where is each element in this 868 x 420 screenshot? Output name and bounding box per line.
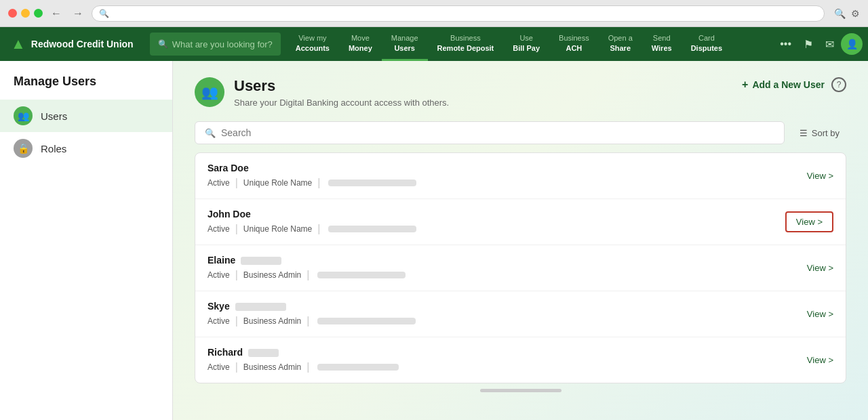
users-header: 👥 Users Share your Digital Banking accou… [195,77,846,108]
search-box[interactable]: 🔍 [195,121,785,144]
nav-business-remote-deposit[interactable]: Business Remote Deposit [428,27,504,61]
more-options-button[interactable]: ••• [774,34,797,54]
url-bar[interactable]: 🔍 [92,5,825,22]
add-user-button[interactable]: + Add a New User [742,79,825,91]
nav-top-label: Send [653,33,671,43]
forward-button[interactable]: → [70,6,86,21]
search-icon: 🔍 [205,128,216,138]
sort-icon: ☰ [800,128,808,138]
nav-top-label: Open a [608,33,633,43]
back-button[interactable]: ← [48,6,64,21]
table-row: Skye Active | Business Admin | View > [195,291,846,337]
sidebar-roles-label: Roles [41,143,66,154]
nav-top-label: Use [519,33,533,43]
content-area: 👥 Users Share your Digital Banking accou… [173,61,868,420]
view-user-button[interactable]: View > [807,171,833,181]
sidebar-item-roles[interactable]: 🔒 Roles [0,132,172,165]
scroll-bar [480,389,561,392]
user-email-blurred [317,364,399,371]
nav-bottom-label: ACH [566,43,582,53]
sort-label: Sort by [812,128,840,138]
nav-move-money[interactable]: Move Money [339,27,382,61]
table-row: John Doe Active | Unique Role Name | Vie… [195,199,846,245]
users-page-icon: 👥 [195,77,224,107]
nav-top-label: View my [298,33,326,43]
search-input[interactable] [221,127,774,138]
user-email-blurred [317,272,406,278]
logo-text: Redwood Credit Union [31,39,134,49]
nav-bill-pay[interactable]: Use Bill Pay [503,27,549,61]
nav-bottom-label: Bill Pay [513,43,540,53]
table-row: Elaine Active | Business Admin | View > [195,245,846,291]
topnav-icons: ••• ⚑ ✉ 👤 [769,27,868,61]
user-name: Skye [208,301,807,312]
sidebar-title: Manage Users [0,75,172,100]
view-user-button[interactable]: View > [807,355,833,365]
nav-top-label: Business [559,33,589,43]
search-sort-row: 🔍 ☰ Sort by [195,121,846,144]
user-info: Elaine Active | Business Admin | [208,255,807,281]
user-list: Sara Doe Active | Unique Role Name | Vie… [195,152,846,383]
user-meta: Active | Unique Role Name | [208,177,807,189]
url-search-icon: 🔍 [99,9,109,18]
browser-chrome: ← → 🔍 🔍 ⚙ [0,0,868,27]
close-button[interactable] [8,9,17,18]
nav-open-share[interactable]: Open a Share [599,27,642,61]
name-blur [248,349,279,357]
roles-icon: 🔒 [14,139,33,158]
nav-bottom-label: Remote Deposit [437,43,494,53]
notifications-button[interactable]: ⚑ [798,34,818,55]
user-info: Richard Active | Business Admin | [208,347,807,373]
view-user-button[interactable]: View > [807,309,833,319]
nav-send-wires[interactable]: Send Wires [642,27,682,61]
messages-button[interactable]: ✉ [820,34,840,55]
users-title-section: 👥 Users Share your Digital Banking accou… [195,77,449,108]
sidebar: Manage Users 👥 Users 🔒 Roles [0,61,173,420]
user-name: Richard [208,347,807,358]
user-email-blurred [328,226,416,232]
users-icon: 👥 [14,106,33,125]
view-user-button-highlighted[interactable]: View > [785,211,833,232]
user-info: John Doe Active | Unique Role Name | [208,209,785,235]
topnav-search-icon: 🔍 [158,39,168,49]
nav-bottom-label: Users [394,43,415,53]
maximize-button[interactable] [34,9,43,18]
user-role: Business Admin [243,362,301,372]
user-status: Active [208,362,230,372]
nav-top-label: Manage [391,33,418,43]
user-info: Sara Doe Active | Unique Role Name | [208,163,807,189]
user-status: Active [208,316,230,326]
sidebar-item-users[interactable]: 👥 Users [0,100,172,132]
user-role: Unique Role Name [243,178,312,188]
sort-button[interactable]: ☰ Sort by [793,124,846,142]
browser-settings-icon[interactable]: ⚙ [851,8,860,19]
logo-icon: ▲ [11,35,26,53]
minimize-button[interactable] [21,9,30,18]
sidebar-users-label: Users [41,110,67,122]
user-avatar-button[interactable]: 👤 [841,33,863,55]
users-title-text: Users Share your Digital Banking account… [234,77,449,108]
users-title: Users [234,77,449,95]
user-role: Business Admin [243,316,301,326]
nav-bottom-label: Wires [652,43,672,53]
user-info: Skye Active | Business Admin | [208,301,807,327]
nav-top-label: Card [698,33,715,43]
nav-business-ach[interactable]: Business ACH [549,27,599,61]
nav-manage-users[interactable]: Manage Users [382,27,428,61]
table-row: Sara Doe Active | Unique Role Name | Vie… [195,153,846,199]
topnav-search-box[interactable]: 🔍 What are you looking for? [150,33,281,56]
nav-card-disputes[interactable]: Card Disputes [682,27,732,61]
scroll-indicator [195,383,846,398]
logo-section: ▲ Redwood Credit Union [0,27,144,61]
nav-view-accounts[interactable]: View my Accounts [286,27,339,61]
user-email-blurred [317,318,416,324]
browser-toolbar-icons: 🔍 ⚙ [834,8,860,19]
traffic-lights [8,9,43,18]
view-user-button[interactable]: View > [807,263,833,273]
user-status: Active [208,224,230,234]
nav-bottom-label: Money [349,43,372,53]
browser-search-icon[interactable]: 🔍 [834,8,846,19]
user-role: Business Admin [243,270,301,280]
nav-top-label: Business [450,33,481,43]
help-button[interactable]: ? [831,77,846,92]
